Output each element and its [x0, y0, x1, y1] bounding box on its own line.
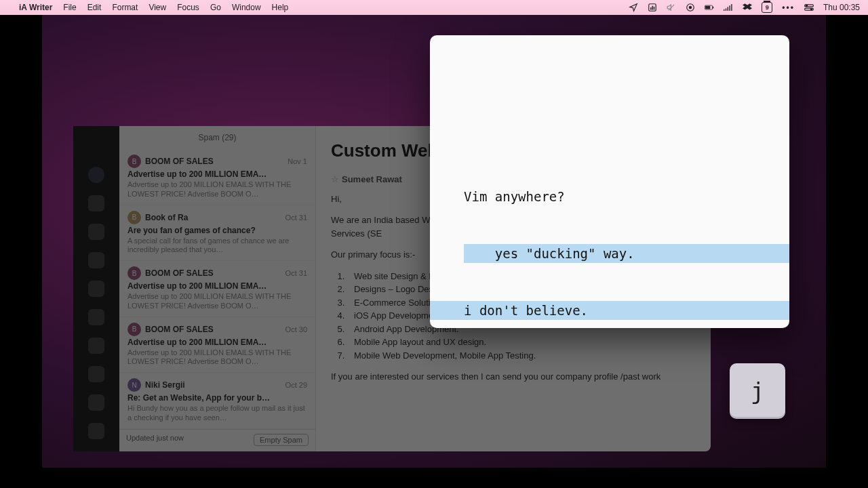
control-center-icon[interactable]: [804, 3, 814, 12]
mail-sidebar-icon[interactable]: [88, 195, 104, 211]
mail-sidebar: [73, 126, 119, 451]
mail-subject: Are you fan of games of chance?: [127, 226, 307, 235]
macos-menubar: iA Writer File Edit Format View Focus Go…: [0, 0, 868, 15]
menu-window[interactable]: Window: [232, 3, 261, 12]
calendar-icon[interactable]: 9: [762, 2, 772, 13]
mail-sender: BOOM OF SALES: [145, 157, 283, 166]
svg-rect-11: [728, 7, 728, 11]
mail-sidebar-icon[interactable]: [88, 394, 104, 411]
keycap-overlay: j: [730, 363, 785, 419]
mail-sidebar-icon[interactable]: [88, 423, 104, 439]
mail-status-text: Updated just now: [126, 434, 184, 446]
menu-file[interactable]: File: [63, 3, 76, 12]
mail-list-li: Mobile Web Development, Mobile App Testi…: [347, 349, 696, 363]
sound-off-icon[interactable]: [667, 3, 676, 12]
avatar: B: [127, 266, 141, 280]
mail-preview: Advertise up to 200 MILLION EMAILS WITH …: [127, 348, 307, 367]
desktop: Spam (29) BBOOM OF SALESNov 1 Advertise …: [42, 15, 826, 468]
record-icon[interactable]: [686, 3, 695, 12]
location-icon[interactable]: [629, 3, 638, 12]
mail-date: Nov 1: [288, 157, 307, 165]
svg-rect-13: [732, 4, 732, 11]
mail-sender: Book of Ra: [145, 213, 281, 222]
avatar: B: [127, 155, 141, 168]
svg-point-5: [690, 6, 692, 9]
mail-preview: Advertise up to 200 MILLION EMAILS WITH …: [127, 292, 307, 311]
mail-subject: Re: Get an Website, App for your b…: [127, 393, 307, 403]
svg-rect-2: [652, 6, 653, 10]
svg-point-15: [806, 5, 807, 6]
mail-date: Oct 31: [285, 269, 307, 277]
mail-preview: Hi Bundy how you as a people follow up m…: [127, 404, 307, 423]
mail-sidebar-icon[interactable]: [88, 252, 104, 268]
dropbox-icon[interactable]: [743, 3, 752, 12]
editor-line-selected[interactable]: i don't believe.: [430, 301, 789, 320]
svg-rect-3: [654, 7, 654, 10]
overflow-icon[interactable]: •••: [782, 3, 795, 12]
mail-date: Oct 31: [285, 214, 307, 222]
stats-icon[interactable]: [648, 3, 657, 12]
mail-preview: Advertise up to 200 MILLION EMAILS WITH …: [127, 180, 307, 199]
mail-preview: A special call for fans of games of chan…: [127, 237, 307, 256]
editor-line[interactable]: Vim anywhere?: [430, 187, 789, 206]
mail-date: Oct 29: [285, 381, 307, 389]
keycap-label: j: [751, 378, 764, 405]
mail-list-item[interactable]: BBOOM OF SALESNov 1 Advertise up to 200 …: [119, 149, 315, 205]
menu-help[interactable]: Help: [272, 3, 289, 12]
mail-list-item[interactable]: BBook of RaOct 31 Are you fan of games o…: [119, 205, 315, 262]
mail-subject: Advertise up to 200 MILLION EMA…: [127, 281, 307, 291]
svg-rect-1: [650, 7, 651, 10]
mail-paragraph: If you are interested our services then …: [331, 370, 696, 384]
ia-writer-window[interactable]: Vim anywhere? yes "ducking" way. i don't…: [430, 35, 789, 328]
editor-text[interactable]: Vim anywhere? yes "ducking" way. i don't…: [430, 149, 789, 328]
mail-sidebar-icon[interactable]: [88, 281, 104, 297]
mail-subject: Advertise up to 200 MILLION EMA…: [127, 338, 307, 347]
mail-sender: BOOM OF SALES: [145, 325, 281, 334]
mail-list-item[interactable]: BBOOM OF SALESOct 30 Advertise up to 200…: [119, 317, 315, 373]
menu-view[interactable]: View: [149, 3, 166, 12]
mail-list-item[interactable]: NNiki SergiiOct 29 Re: Get an Website, A…: [119, 373, 315, 429]
svg-rect-8: [713, 7, 713, 9]
app-name[interactable]: iA Writer: [19, 3, 52, 12]
avatar: B: [127, 323, 141, 336]
editor-line-selected[interactable]: yes "ducking" way.: [430, 244, 789, 263]
mail-sidebar-icon[interactable]: [88, 224, 104, 240]
mail-sidebar-icon[interactable]: [88, 309, 104, 325]
mail-sidebar-icon[interactable]: [88, 366, 104, 382]
svg-rect-12: [730, 5, 730, 11]
svg-point-17: [810, 8, 812, 9]
cellular-icon[interactable]: [724, 3, 733, 12]
empty-spam-button[interactable]: Empty Spam: [254, 434, 309, 446]
menu-format[interactable]: Format: [112, 3, 138, 12]
avatar: N: [127, 378, 141, 392]
mail-date: Oct 30: [285, 325, 307, 333]
mail-sender: BOOM OF SALES: [145, 268, 281, 278]
svg-rect-9: [724, 9, 724, 11]
menu-focus[interactable]: Focus: [177, 3, 199, 12]
battery-icon[interactable]: [705, 3, 714, 12]
svg-rect-7: [706, 6, 711, 9]
star-icon[interactable]: ☆: [331, 174, 339, 184]
mail-sidebar-icon[interactable]: [88, 338, 104, 354]
mail-account-icon[interactable]: [88, 167, 104, 183]
mail-subject: Advertise up to 200 MILLION EMA…: [127, 169, 307, 179]
menu-edit[interactable]: Edit: [87, 3, 102, 12]
svg-rect-10: [726, 8, 726, 11]
menu-go[interactable]: Go: [210, 3, 221, 12]
mail-folder-title: Spam (29): [119, 126, 315, 149]
mail-message-list: Spam (29) BBOOM OF SALESNov 1 Advertise …: [119, 126, 316, 451]
mail-list-li: Mobile App layout and UX design.: [347, 336, 696, 349]
avatar: B: [127, 211, 141, 224]
mail-list-item[interactable]: BBOOM OF SALESOct 31 Advertise up to 200…: [119, 261, 315, 317]
mail-sender: Niki Sergii: [145, 380, 281, 390]
menubar-clock[interactable]: Thu 00:35: [823, 3, 860, 12]
